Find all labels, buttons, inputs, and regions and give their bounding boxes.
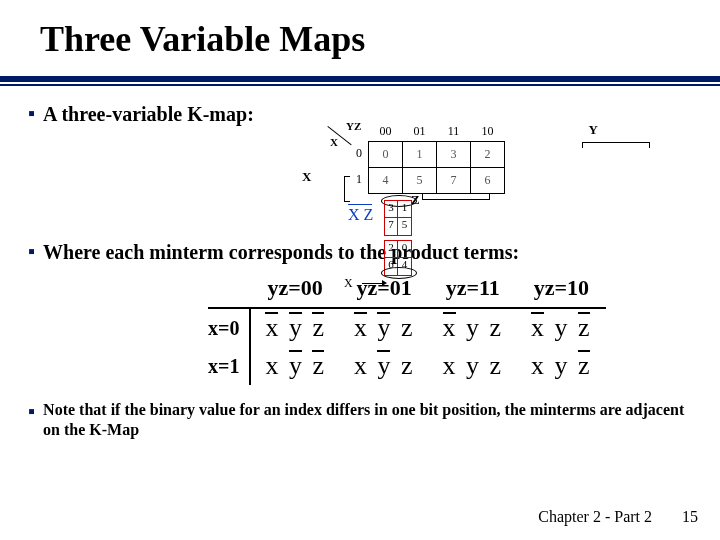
bullet-3-row: ▪ Note that if the binary value for an i… [28,400,688,440]
kmap-z-bracket [422,194,490,200]
kmap-col-10: 10 [471,124,505,142]
bullet-3-text: Note that if the binary value for an ind… [43,400,688,440]
kmap-x-small: X [330,136,338,148]
kmap-cell: 3 [437,142,471,168]
mt-cell: x y z [340,308,429,347]
mt-col-h: yz=11 [429,273,518,308]
mt-col-h: yz=01 [340,273,429,308]
mt-cell: x y z [250,347,340,385]
cyl-cell: 1 [398,200,412,218]
mt-cell: x y z [429,347,518,385]
kmap-y-label: Y [589,122,598,138]
bullet-icon: ▪ [28,400,35,423]
slide-body: ▪ A three-variable K-map: Y X YZ X 00 01… [0,86,720,385]
cylinder-xz-label: X Z [348,206,373,224]
kmap-yz-label: YZ [346,120,361,132]
cyl-cell: 3 [384,200,398,218]
mt-cell: x y z [517,308,606,347]
kmap-cell: 6 [471,168,505,194]
mt-col-h: yz=10 [517,273,606,308]
kmap-diagonal: YZ X [328,126,354,148]
slide-footer: Chapter 2 - Part 2 15 [538,508,698,526]
kmap-y-bracket [582,142,650,148]
kmap-col-00: 00 [369,124,403,142]
kmap-cell: 4 [369,168,403,194]
title-rule-thick [0,76,720,82]
cyl-cell: 7 [384,218,398,236]
mt-cell: x y z [517,347,606,385]
kmap-row-0: 0 [352,142,369,168]
mt-cell: x y z [429,308,518,347]
kmap-cell: 5 [403,168,437,194]
cyl-cell: 5 [398,218,412,236]
kmap-col-11: 11 [437,124,471,142]
cyl-cell: 0 [398,240,412,258]
cyl-cell: 2 [384,240,398,258]
mt-row-h: x=1 [208,347,250,385]
footer-page: 15 [682,508,698,525]
slide-title: Three Variable Maps [0,0,720,74]
mt-cell: x y z [250,308,340,347]
mt-row-h: x=0 [208,308,250,347]
kmap-cell: 0 [369,142,403,168]
minterm-table: yz=00 yz=01 yz=11 yz=10 x=0 x y z x y z … [208,273,606,385]
kmap-cell: 1 [403,142,437,168]
kmap-cell: 2 [471,142,505,168]
kmap-grid: 00 01 11 10 0 0 1 3 2 1 4 [352,124,505,194]
kmap-row-1: 1 [352,168,369,194]
bullet-icon: ▪ [28,102,35,125]
bullet-1-text: A three-variable K-map: [43,102,254,127]
bullet-icon: ▪ [28,240,35,263]
kmap-cell: 7 [437,168,471,194]
kmap-x-label: X [302,169,311,185]
kmap-col-01: 01 [403,124,437,142]
mt-cell: x y z [340,347,429,385]
mt-col-h: yz=00 [250,273,340,308]
minterm-table-wrap: yz=00 yz=01 yz=11 yz=10 x=0 x y z x y z … [28,273,700,385]
footer-chapter: Chapter 2 - Part 2 [538,508,652,525]
kmap-figure: Y X YZ X 00 01 11 10 0 0 [308,102,648,222]
bullet-2-text: Where each minterm corresponds to the pr… [43,240,519,265]
